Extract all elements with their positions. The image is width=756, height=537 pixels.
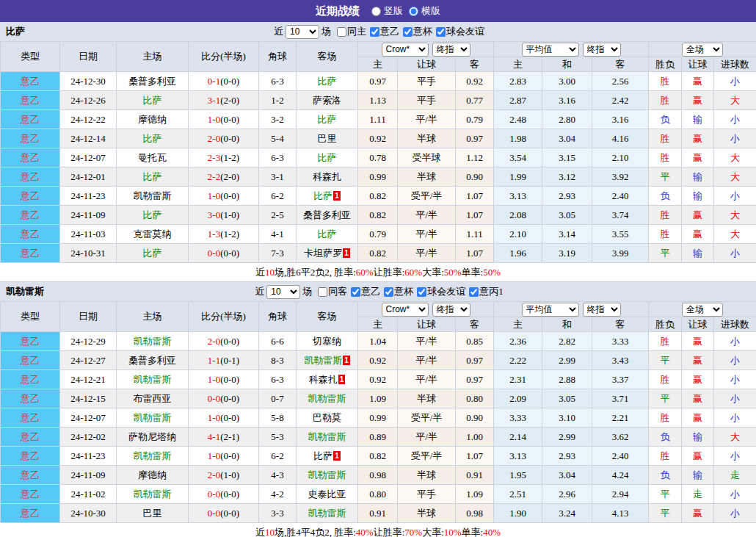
odds-handicap-cell: 受平/半 [398, 408, 456, 428]
halftime-score: (1-2) [220, 152, 239, 163]
away-team-cell: 巴里 [297, 129, 358, 148]
odds-handicap-cell: 受半球 [398, 148, 456, 167]
table-row: 意乙 24-12-27 桑普多利亚 1-1(0-1) 8-3 凯勒雷斯1 0.9… [1, 351, 756, 370]
match-type-cell: 意乙 [1, 408, 60, 428]
score-cell: 1-0(0-0) [189, 408, 259, 428]
games-count-select[interactable]: 10 [286, 25, 319, 39]
filter-checkbox-input[interactable] [436, 27, 446, 37]
filter-checkbox-input[interactable] [370, 27, 379, 37]
filter-checkbox-input[interactable] [417, 287, 426, 297]
home-team-cell: 摩德纳 [117, 110, 189, 129]
result-goals-cell: 小 [714, 504, 756, 523]
result-scope-select[interactable]: 全场 [682, 43, 723, 57]
score-cell: 1-1(0-1) [189, 351, 259, 370]
filter-checkbox[interactable]: 意丙1 [465, 285, 504, 298]
match-type-cell: 意乙 [1, 389, 60, 408]
odds-time-select[interactable]: 终指 [432, 43, 470, 57]
home-team-cell: 克雷莫纳 [117, 225, 189, 244]
match-date-cell: 24-12-15 [60, 389, 117, 408]
filter-checkbox-input[interactable] [351, 287, 360, 297]
filter-checkbox[interactable]: 同客 [314, 285, 347, 298]
result-handicap-cell: 输 [682, 167, 714, 187]
filter-checkbox-input[interactable] [403, 27, 412, 37]
filter-checkbox-input[interactable] [469, 287, 479, 297]
fulltime-score: 0-0 [208, 248, 220, 259]
home-team-name: 凯勒雷斯 [134, 336, 172, 347]
filter-checkbox-input[interactable] [318, 287, 327, 297]
avg-type-select[interactable]: 平均值 [522, 303, 579, 317]
layout-radio-vertical[interactable]: 竖版 [371, 4, 403, 18]
filter-checkbox[interactable]: 同主 [333, 25, 366, 38]
odds-handicap-cell: 半球 [398, 167, 456, 187]
filter-checkbox[interactable]: 意杯 [399, 25, 432, 38]
odds-company-select[interactable]: Crow* [382, 43, 429, 57]
summary-bar: 近10场,胜4平4负2, 胜率:40% 让胜率:70% 大率:10% 单率:40… [0, 523, 756, 537]
result-scope-select[interactable]: 全场 [682, 303, 723, 317]
filter-checkbox-input[interactable] [384, 287, 393, 297]
fulltime-score: 1-0 [208, 190, 220, 201]
match-type-cell: 意乙 [1, 110, 60, 129]
away-team-cell: 比萨 [297, 110, 358, 129]
match-date-cell: 24-11-09 [60, 466, 117, 485]
halftime-score: (2-0) [220, 171, 239, 182]
summary-stat-value: 70% [404, 527, 422, 537]
layout-radio-horizontal-input[interactable] [409, 7, 418, 16]
away-team-cell: 巴勒莫 [297, 408, 358, 428]
avg-draw-cell: 3.16 [542, 91, 592, 110]
filter-checkbox-label: 意丙1 [479, 285, 504, 298]
fulltime-score: 1-0 [208, 412, 220, 423]
summary-stat-value: 50% [444, 267, 462, 278]
avg-time-select[interactable]: 终指 [583, 303, 621, 317]
away-team-name: 切塞纳 [313, 336, 341, 347]
result-goals-cell: 小 [714, 244, 756, 263]
odds-home-cell: 1.09 [358, 389, 398, 408]
avg-away-cell: 3.62 [592, 428, 649, 447]
away-team-cell: 比萨1 [297, 187, 358, 206]
halftime-score: (0-0) [220, 336, 239, 347]
avg-draw-cell: 3.12 [542, 167, 592, 187]
away-team-name: 卡坦萨罗 [304, 248, 342, 259]
layout-radio-vertical-input[interactable] [371, 7, 381, 16]
games-count-select[interactable]: 10 [266, 285, 300, 299]
home-team-cell: 桑普多利亚 [117, 72, 189, 91]
away-team-name: 巴里 [318, 133, 337, 144]
odds-company-select[interactable]: Crow* [382, 303, 429, 317]
fulltime-score: 0-0 [208, 489, 220, 500]
avg-home-cell: 2.14 [494, 428, 542, 447]
col-header-corner: 角球 [259, 302, 297, 332]
corner-score-cell: 6-6 [259, 332, 297, 351]
avg-time-select[interactable]: 终指 [583, 43, 621, 57]
filter-checkbox[interactable]: 球会友谊 [432, 25, 484, 38]
avg-away-cell: 4.16 [592, 129, 649, 148]
odds-handicap-cell: 受平/半 [398, 447, 456, 466]
filter-checkbox[interactable]: 意乙 [347, 285, 380, 298]
away-team-cell: 桑普多利亚 [297, 206, 358, 225]
col-header-avg-home: 主 [494, 317, 542, 332]
avg-type-select[interactable]: 平均值 [522, 43, 579, 57]
result-group-header: 全场 [649, 42, 756, 57]
avg-home-cell: 2.51 [494, 485, 542, 504]
filter-checkbox[interactable]: 球会友谊 [413, 285, 465, 298]
odds-home-cell: 1.13 [358, 91, 398, 110]
home-team-cell: 凯勒雷斯 [117, 408, 189, 428]
avg-draw-cell: 3.19 [542, 244, 592, 263]
table-row: 意乙 24-11-23 凯勒雷斯 1-0(0-0) 6-2 比萨1 0.82 受… [1, 447, 756, 466]
odds-time-select[interactable]: 终指 [432, 303, 470, 317]
filter-checkbox[interactable]: 意乙 [366, 25, 399, 38]
home-team-cell: 比萨 [117, 91, 189, 110]
away-team-cell: 科森扎1 [297, 370, 358, 389]
result-winloss-cell: 胜 [649, 91, 682, 110]
home-team-cell: 比萨 [117, 129, 189, 148]
match-date-cell: 24-11-09 [60, 206, 117, 225]
filter-checkbox[interactable]: 意杯 [380, 285, 413, 298]
table-row: 意乙 24-12-26 比萨 3-1(2-0) 1-2 萨索洛 1.13 平手 … [1, 91, 756, 110]
avg-home-cell: 1.90 [494, 504, 542, 523]
fulltime-score: 2-3 [208, 152, 220, 163]
result-goals-cell: 小 [714, 370, 756, 389]
layout-radio-horizontal[interactable]: 横版 [409, 4, 440, 18]
odds-handicap-cell: 平手 [398, 72, 456, 91]
score-cell: 1-0(0-0) [189, 110, 259, 129]
odds-home-cell: 0.82 [358, 244, 398, 263]
summary-stat-value: 10% [444, 527, 462, 537]
filter-checkbox-input[interactable] [337, 27, 346, 37]
